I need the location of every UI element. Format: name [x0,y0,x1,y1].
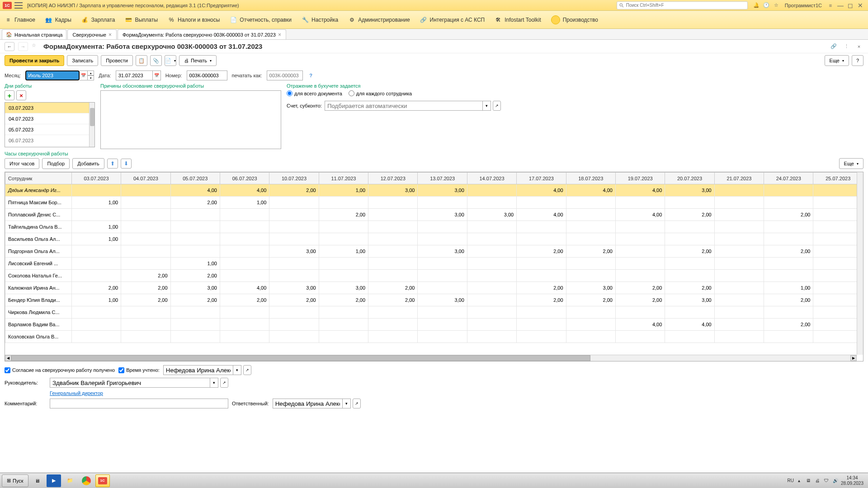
tab-overtime[interactable]: Сверхурочные× [67,29,117,39]
table-row[interactable]: Калюжная Ирина Ан...2,002,003,004,003,00… [5,282,863,294]
radio-input[interactable] [349,90,354,96]
cell-hours[interactable]: 2,00 [269,294,319,306]
cell-employee[interactable]: Козловская Ольга В... [5,331,72,343]
cell-hours[interactable] [170,306,220,319]
cell-hours[interactable]: 1,00 [71,233,121,245]
cell-hours[interactable]: 3,00 [319,282,368,294]
cell-hours[interactable] [714,331,764,343]
move-down-button[interactable]: ⬇ [121,159,132,169]
dropdown-icon[interactable]: ▾ [233,365,241,375]
month-spinner[interactable]: ▴▾ [88,70,94,80]
cell-hours[interactable] [418,197,467,209]
menu-main[interactable]: ≡Главное [5,16,35,23]
cell-hours[interactable] [269,209,319,221]
table-row[interactable]: Варламов Вадим Ва...4,004,002,004 [5,319,863,331]
tray-icon[interactable]: 🛡 [823,477,830,484]
cell-hours[interactable] [813,306,863,319]
cell-hours[interactable]: 4,00 [517,184,566,197]
cell-hours[interactable] [714,209,764,221]
cell-hours[interactable] [121,209,170,221]
cell-hours[interactable] [566,209,615,221]
open-icon[interactable]: ↗ [243,365,251,375]
col-header-date[interactable]: 17.07.2023 [517,173,566,184]
col-header-date[interactable]: 13.07.2023 [418,173,467,184]
reasons-textarea[interactable] [100,90,281,149]
cell-hours[interactable]: 2,00 [170,294,220,306]
col-header-date[interactable]: 11.07.2023 [319,173,368,184]
nav-forward-button[interactable]: → [18,42,28,51]
cell-hours[interactable] [170,233,220,245]
cell-hours[interactable] [418,331,467,343]
cell-hours[interactable] [714,319,764,331]
cell-employee[interactable]: Подгорная Ольга Ал... [5,245,72,258]
comment-input[interactable] [50,399,228,408]
table-row[interactable]: Лисовский Евгений ...1,001 [5,258,863,270]
cell-hours[interactable] [813,221,863,233]
hamburger-icon[interactable] [14,2,23,9]
cell-hours[interactable] [517,258,566,270]
menu-payments[interactable]: 💳Выплаты [125,16,158,23]
cell-hours[interactable] [418,233,467,245]
cell-hours[interactable]: 4,00 [615,209,665,221]
day-row[interactable]: 04.07.2023 [5,113,94,124]
cell-hours[interactable]: 2,00 [566,294,615,306]
cell-hours[interactable] [121,184,170,197]
dropdown-icon[interactable]: ▾ [483,101,491,111]
cell-hours[interactable] [566,319,615,331]
cell-hours[interactable] [467,184,516,197]
cell-hours[interactable]: 3,00 [467,209,516,221]
cell-hours[interactable]: 2,00 [764,245,813,258]
cell-hours[interactable]: 4,00 [220,282,269,294]
cell-hours[interactable] [220,331,269,343]
cell-hours[interactable] [566,306,615,319]
cell-hours[interactable] [764,197,813,209]
cell-hours[interactable]: 1,00 [71,221,121,233]
cell-hours[interactable] [517,319,566,331]
cell-hours[interactable] [220,221,269,233]
cell-hours[interactable] [368,331,418,343]
cell-hours[interactable] [71,331,121,343]
dropdown-icon[interactable]: ▾ [210,378,218,388]
favorite-icon[interactable]: ☆ [32,42,40,51]
cell-hours[interactable] [813,270,863,282]
cell-hours[interactable] [665,258,714,270]
history-icon[interactable]: 🕐 [761,1,771,9]
cell-hours[interactable] [467,221,516,233]
table-row[interactable]: Чиркова Людмила С... [5,306,863,319]
cell-hours[interactable] [517,331,566,343]
cell-hours[interactable] [714,221,764,233]
menu-personnel[interactable]: 👥Кадры [45,16,71,23]
cell-hours[interactable]: 3,00 [170,282,220,294]
link-icon[interactable]: 🔗 [829,42,838,51]
cell-hours[interactable] [71,245,121,258]
scrollbar[interactable] [89,103,94,147]
cell-hours[interactable] [714,294,764,306]
cell-hours[interactable] [319,258,368,270]
star-icon[interactable]: ☆ [771,1,781,9]
close-button[interactable]: ✕ [855,1,865,9]
table-row[interactable]: Тайгильдина Ольга В...1,00 [5,221,863,233]
attach-button[interactable]: 📎 [150,55,162,66]
cell-hours[interactable] [368,245,418,258]
taskbar-chrome[interactable] [79,474,94,487]
cell-hours[interactable] [71,270,121,282]
cell-hours[interactable] [319,233,368,245]
time-accounted-input[interactable] [163,365,233,375]
cell-hours[interactable]: 2,00 [517,282,566,294]
cell-hours[interactable] [220,258,269,270]
scroll-thumb[interactable] [11,355,590,361]
cell-hours[interactable] [615,270,665,282]
hours-table[interactable]: Сотрудник03.07.202304.07.202305.07.20230… [5,172,863,343]
col-header-date[interactable]: 24.07.2023 [764,173,813,184]
cell-hours[interactable] [220,319,269,331]
cell-hours[interactable] [714,184,764,197]
add-day-button[interactable]: + [5,90,14,100]
cell-employee[interactable]: Чиркова Людмила С... [5,306,72,319]
cell-hours[interactable] [467,233,516,245]
cell-hours[interactable] [220,209,269,221]
cell-hours[interactable]: 1,00 [220,197,269,209]
col-header-date[interactable]: 14.07.2023 [467,173,516,184]
cell-hours[interactable]: 2,00 [615,282,665,294]
menu-admin[interactable]: ⚙Администрирование [348,16,410,23]
cell-hours[interactable]: 4,00 [170,184,220,197]
